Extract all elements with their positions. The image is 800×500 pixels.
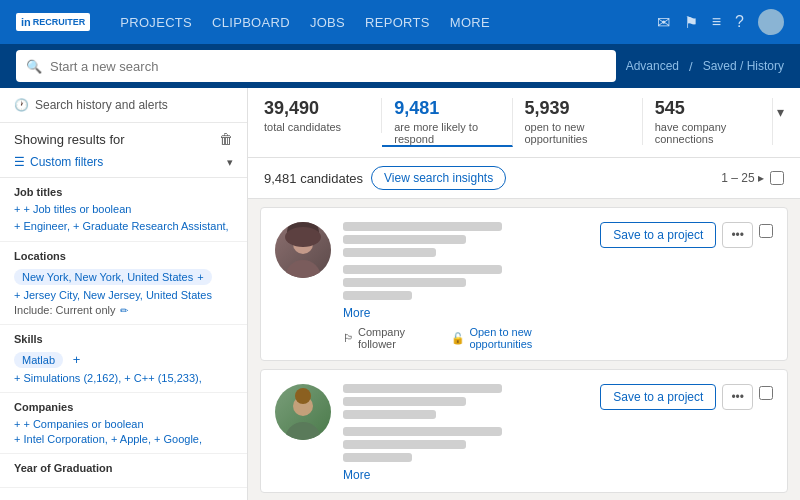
avatar-image-1 <box>275 222 331 278</box>
follower-label: Company follower <box>358 326 439 350</box>
custom-filters-button[interactable]: ☰ Custom filters <box>14 155 103 169</box>
add-company[interactable]: + + Companies or boolean <box>14 418 233 430</box>
sidebar-history-header[interactable]: 🕐 Search history and alerts <box>0 88 247 123</box>
ny-location-text: New York, New York, United States <box>22 271 193 283</box>
more-options-button-2[interactable]: ••• <box>722 384 753 410</box>
more-options-button-1[interactable]: ••• <box>722 222 753 248</box>
avatar-image-2 <box>275 384 331 440</box>
svg-point-0 <box>285 260 321 278</box>
info-line <box>343 265 502 274</box>
help-icon[interactable]: ? <box>735 13 744 31</box>
trash-icon[interactable]: 🗑 <box>219 131 233 147</box>
info-line <box>343 222 502 231</box>
graduation-year-section: Year of Graduation <box>0 454 247 488</box>
job-titles-label: Job titles <box>14 186 233 198</box>
card-actions-2: Save to a project ••• <box>600 384 773 482</box>
filters-icon: ☰ <box>14 155 25 169</box>
clock-icon: 🕐 <box>14 98 29 112</box>
nav-icons: ✉ ⚑ ≡ ? <box>657 9 784 35</box>
stat-total-number: 39,490 <box>264 98 369 119</box>
more-companies-link[interactable]: + Intel Corporation, + Apple, + Google, <box>14 433 233 445</box>
candidate-2-more-link[interactable]: More <box>343 468 370 482</box>
stat-open[interactable]: 5,939 open to new opportunities <box>513 98 643 145</box>
content-area: 39,490 total candidates 9,481 are more l… <box>248 88 800 500</box>
save-project-button-2[interactable]: Save to a project <box>600 384 716 410</box>
info-line <box>343 248 436 257</box>
companies-section: Companies + + Companies or boolean + Int… <box>0 393 247 454</box>
search-input-wrapper[interactable]: 🔍 <box>16 50 616 82</box>
matlab-text: Matlab <box>22 354 55 366</box>
info-line <box>343 291 412 300</box>
jersey-city-link[interactable]: + Jersey City, New Jersey, United States <box>14 289 233 301</box>
custom-filters-row: ☰ Custom filters ▾ <box>0 151 247 178</box>
follower-icon: 🏳 <box>343 332 354 344</box>
info-line <box>343 427 502 436</box>
skills-tags: Matlab + <box>14 350 233 370</box>
skills-section: Skills Matlab + + Simulations (2,162), +… <box>0 325 247 393</box>
open-opportunities-badge: 🔓 Open to new opportunities <box>451 326 588 350</box>
view-insights-button[interactable]: View search insights <box>371 166 506 190</box>
linkedin-logo[interactable]: in RECRUITER <box>16 13 90 31</box>
flag-icon[interactable]: ⚑ <box>684 13 698 32</box>
open-label: Open to new opportunities <box>469 326 588 350</box>
select-all-checkbox[interactable] <box>770 171 784 185</box>
candidate-2-checkbox[interactable] <box>759 386 773 400</box>
badge-row-1: 🏳 Company follower 🔓 Open to new opportu… <box>343 326 588 350</box>
stats-expand-icon[interactable]: ▾ <box>777 104 784 120</box>
list-icon[interactable]: ≡ <box>712 13 721 31</box>
avatar[interactable] <box>758 9 784 35</box>
include-label: Include: Current only ✏ <box>14 304 233 316</box>
info-line <box>343 235 466 244</box>
card-actions-1: Save to a project ••• <box>600 222 773 350</box>
stat-open-label: open to new opportunities <box>525 121 630 145</box>
nav-links: PROJECTS CLIPBOARD JOBS REPORTS MORE <box>120 15 490 30</box>
top-nav: in RECRUITER PROJECTS CLIPBOARD JOBS REP… <box>0 0 800 44</box>
mail-icon[interactable]: ✉ <box>657 13 670 32</box>
companies-label: Companies <box>14 401 233 413</box>
engineer-tag[interactable]: + Engineer, + Graduate Research Assistan… <box>14 220 229 232</box>
advanced-link[interactable]: Advanced <box>626 59 679 73</box>
custom-filters-label-text: Custom filters <box>30 155 103 169</box>
add-job-title[interactable]: + + Job titles or boolean <box>14 203 233 215</box>
nav-more[interactable]: MORE <box>450 15 490 30</box>
nav-jobs[interactable]: JOBS <box>310 15 345 30</box>
plus-location-icon: + <box>197 271 203 283</box>
nav-clipboard[interactable]: CLIPBOARD <box>212 15 290 30</box>
candidate-1-checkbox[interactable] <box>759 224 773 238</box>
stats-bar: 39,490 total candidates 9,481 are more l… <box>248 88 800 158</box>
pagination-text: 1 – 25 ▸ <box>721 171 764 185</box>
more-skills-link[interactable]: + Simulations (2,162), + C++ (15,233), <box>14 372 233 384</box>
chevron-down-icon[interactable]: ▾ <box>227 156 233 169</box>
candidates-list: More 🏳 Company follower 🔓 Open to new op… <box>248 199 800 500</box>
saved-history-link[interactable]: Saved / History <box>703 59 784 73</box>
stat-connections[interactable]: 545 have company connections <box>643 98 773 145</box>
results-label-row: Showing results for 🗑 <box>0 123 247 151</box>
job-title-tags: + Engineer, + Graduate Research Assistan… <box>14 218 233 233</box>
history-label: Search history and alerts <box>35 98 168 112</box>
add-company-label: + Companies or boolean <box>23 418 143 430</box>
ny-location-tag[interactable]: New York, New York, United States + <box>14 269 212 285</box>
nav-projects[interactable]: PROJECTS <box>120 15 192 30</box>
candidates-count: 9,481 candidates <box>264 171 363 186</box>
candidate-1-more-link[interactable]: More <box>343 306 370 320</box>
edit-icon[interactable]: ✏ <box>120 305 128 316</box>
info-line <box>343 410 436 419</box>
include-label-text: Include: Current only <box>14 304 116 316</box>
location-tags: New York, New York, United States + <box>14 267 233 287</box>
stat-likely[interactable]: 9,481 are more likely to respond <box>382 98 512 147</box>
search-bar: 🔍 Advanced / Saved / History <box>0 44 800 88</box>
stat-connections-number: 545 <box>655 98 760 119</box>
add-skill-icon[interactable]: + <box>73 352 81 367</box>
stat-total[interactable]: 39,490 total candidates <box>264 98 382 133</box>
info-line <box>343 384 502 393</box>
matlab-tag[interactable]: Matlab <box>14 352 63 368</box>
nav-reports[interactable]: REPORTS <box>365 15 430 30</box>
save-project-button-1[interactable]: Save to a project <box>600 222 716 248</box>
search-input[interactable] <box>50 59 606 74</box>
info-line <box>343 278 466 287</box>
candidate-info-2: More <box>343 384 588 482</box>
locations-section: Locations New York, New York, United Sta… <box>0 242 247 325</box>
info-line <box>343 440 466 449</box>
recruiter-label: RECRUITER <box>33 17 86 27</box>
svg-point-6 <box>295 388 311 404</box>
